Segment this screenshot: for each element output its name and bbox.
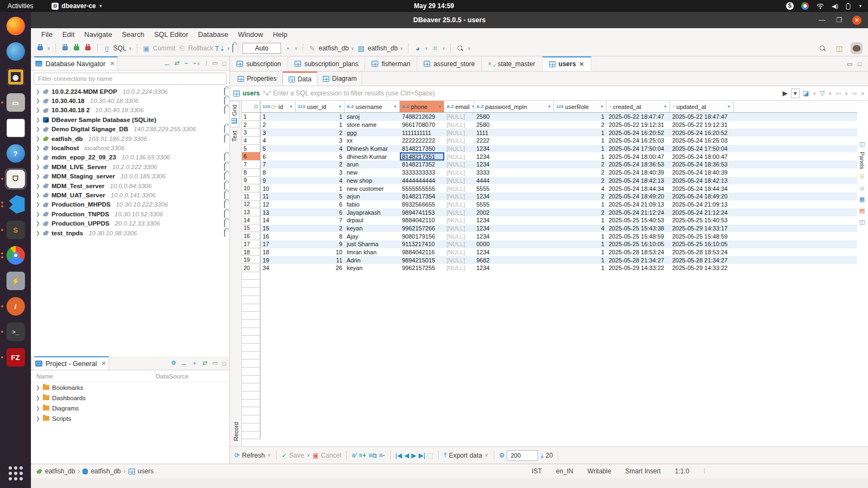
sort-dropdown-icon[interactable]: ▼ xyxy=(438,105,442,108)
cell-updated_at[interactable]: 2025-05-24 18:49:20 xyxy=(670,192,733,201)
project-collapse-icon[interactable]: ⚊ xyxy=(181,359,187,367)
cell-id[interactable]: 8 xyxy=(260,169,296,177)
cell-user_id[interactable]: 8 xyxy=(296,232,344,240)
cell-updated_at[interactable]: 2025-05-22 18:47:47 xyxy=(670,113,733,121)
connection-mdm-live-server[interactable]: ❯MDM_LIVE_Server10.2.0.222:3306 xyxy=(31,162,229,171)
tab-assured_store[interactable]: assured_store xyxy=(417,56,482,71)
cell-id[interactable]: 13 xyxy=(260,208,296,216)
cell-password_mpin[interactable]: 2580 xyxy=(474,121,554,129)
menu-file[interactable]: File xyxy=(36,30,58,38)
sort-dropdown-icon[interactable]: ▼ xyxy=(547,105,551,108)
connection-10-30-40-18-2[interactable]: ❯10.30.40.18 210.30.40.18:3306 xyxy=(31,106,229,115)
cell-created_at[interactable]: 2025-05-22 18:47:47 xyxy=(607,113,670,121)
cell-updated_at[interactable]: 2025-05-24 18:44:34 xyxy=(670,184,733,192)
dock-dbeaver-icon[interactable]: ᗜ xyxy=(5,169,26,189)
table-row[interactable]: 221store name9661708070[NULL]258022025-0… xyxy=(242,121,857,129)
export-data-button[interactable]: Export data xyxy=(449,452,482,459)
cell-email[interactable]: [NULL] xyxy=(444,208,474,216)
cell-created_at[interactable]: 2025-05-24 16:20:52 xyxy=(607,129,670,137)
cell-id[interactable]: 9 xyxy=(260,177,296,185)
project-maximize-icon[interactable]: □ xyxy=(222,360,226,367)
cell-email[interactable]: [NULL] xyxy=(444,129,474,137)
cell-password_mpin[interactable]: 5555 xyxy=(474,184,554,192)
cell-id[interactable]: 7 xyxy=(260,160,296,169)
menu-navigate[interactable]: Navigate xyxy=(79,30,117,38)
connection-filter-input[interactable]: Filter connections by name xyxy=(34,73,227,85)
cell-password_mpin[interactable]: 2222 xyxy=(474,137,554,145)
next-row-icon[interactable]: ▶ xyxy=(411,452,416,459)
tab-state_master[interactable]: ≡state_master xyxy=(482,56,542,71)
apply-filter-icon[interactable]: ▶ xyxy=(783,89,788,97)
refresh-button[interactable]: Refresh xyxy=(242,452,265,459)
show-applications-icon[interactable] xyxy=(9,466,23,480)
cell-username[interactable]: saroj xyxy=(344,113,400,121)
expander-icon[interactable]: ❯ xyxy=(36,145,40,151)
transaction-caret-icon[interactable]: ∨ xyxy=(226,46,231,51)
expander-icon[interactable]: ❯ xyxy=(36,174,40,179)
column-header-user_id[interactable]: 123user_id▼ xyxy=(296,101,344,112)
menu-sql-editor[interactable]: SQL Editor xyxy=(149,30,193,38)
cell-id[interactable]: 5 xyxy=(260,145,296,153)
sort-dropdown-icon[interactable]: ▼ xyxy=(393,105,397,108)
subtab-diagram[interactable]: Diagram xyxy=(317,72,362,86)
search-db-icon[interactable] xyxy=(457,46,463,52)
cell-email[interactable]: [NULL] xyxy=(444,137,474,145)
forward-caret-icon[interactable]: ∨ xyxy=(860,91,865,96)
project-col-datasource[interactable]: DataSource xyxy=(156,373,189,380)
cell-updated_at[interactable]: 2025-05-24 16:20:52 xyxy=(670,129,733,137)
cell-username[interactable]: arjun xyxy=(344,192,400,201)
cell-user_id[interactable]: 2 xyxy=(296,160,344,169)
cell-id[interactable]: 15 xyxy=(260,224,296,233)
table-row[interactable]: 10101new customer5555555555[NULL]5555420… xyxy=(242,184,857,192)
skype-icon[interactable]: S xyxy=(786,2,794,10)
transaction-log-icon[interactable]: ◔ xyxy=(283,44,292,53)
transaction-log-caret-icon[interactable]: ∨ xyxy=(294,46,298,51)
cell-id[interactable]: 16 xyxy=(260,232,296,240)
subtab-properties[interactable]: Properties xyxy=(232,72,283,86)
cell-phone[interactable]: 5555555555 xyxy=(400,184,444,192)
panel-minimize-icon[interactable]: ▭ xyxy=(212,60,218,67)
sql-filter-input[interactable]: Enter a SQL expression to filter results… xyxy=(273,89,780,97)
project-col-name[interactable]: Name xyxy=(31,373,156,380)
tab-subscription_plans[interactable]: subscription_plans xyxy=(288,56,365,71)
tab-close-icon[interactable]: ✕ xyxy=(579,61,584,68)
cell-password_mpin[interactable]: 2002 xyxy=(474,208,554,216)
cell-id[interactable]: 11 xyxy=(260,192,296,201)
table-row[interactable]: 772arun8148217352[NULL]123422025-05-24 1… xyxy=(242,160,857,169)
cell-password_mpin[interactable]: 1234 xyxy=(474,160,554,169)
expander-icon[interactable]: ❯ xyxy=(36,230,40,236)
cell-user_id[interactable]: 26 xyxy=(296,264,344,272)
breadcrumb[interactable]: eatfish_db › eatfish_db › users xyxy=(36,467,154,475)
cell-username[interactable]: xx xyxy=(344,137,400,145)
table-row[interactable]: 12126fabio8932566655[NULL]555512025-05-2… xyxy=(242,201,857,209)
cell-password_mpin[interactable]: 5555 xyxy=(474,201,554,209)
table-row[interactable]: 15152keyan9962157266[NULL]123442025-05-2… xyxy=(242,224,857,233)
cell-email[interactable]: [NULL] xyxy=(444,224,474,233)
table-row[interactable]: 883new3333333333[NULL]333322025-05-24 18… xyxy=(242,169,857,177)
cell-user_id[interactable]: 11 xyxy=(296,256,344,264)
expander-icon[interactable]: ❯ xyxy=(36,211,40,217)
nav-back-icon[interactable]: ⇦ xyxy=(835,89,841,97)
row-number[interactable]: 3 xyxy=(242,129,260,137)
cell-user_id[interactable]: 5 xyxy=(296,192,344,201)
row-number[interactable]: 6 xyxy=(242,152,260,160)
cell-updated_at[interactable]: 2025-05-22 19:12:31 xyxy=(670,121,733,129)
cell-updated_at[interactable]: 2025-05-25 15:40:53 xyxy=(670,216,733,224)
cell-userRole[interactable]: 1 xyxy=(554,145,607,153)
cell-user_id[interactable]: 6 xyxy=(296,201,344,209)
dock-thunderbird-icon[interactable] xyxy=(5,41,26,62)
prev-row-icon[interactable]: ◀ xyxy=(404,452,409,459)
table-row[interactable]: 11115arjun8148217354[NULL]123422025-05-2… xyxy=(242,192,857,201)
expander-icon[interactable]: ❯ xyxy=(36,136,40,142)
cell-id[interactable]: 10 xyxy=(260,184,296,192)
column-header-userRole[interactable]: 123userRole▼ xyxy=(554,101,607,112)
edit-connection-icon[interactable]: ✎ xyxy=(308,44,317,53)
expander-icon[interactable]: ❯ xyxy=(36,183,40,189)
grouping-panel-icon[interactable]: ▦ xyxy=(859,196,865,203)
row-number[interactable]: 16 xyxy=(242,232,260,240)
last-row-icon[interactable]: ▶| xyxy=(418,452,425,459)
cell-user_id[interactable]: 6 xyxy=(296,208,344,216)
cell-created_at[interactable]: 2025-05-28 21:34:27 xyxy=(607,256,670,264)
erase-filter-icon[interactable]: ◪ xyxy=(803,89,809,97)
tab-subscription[interactable]: subscription xyxy=(230,56,288,71)
